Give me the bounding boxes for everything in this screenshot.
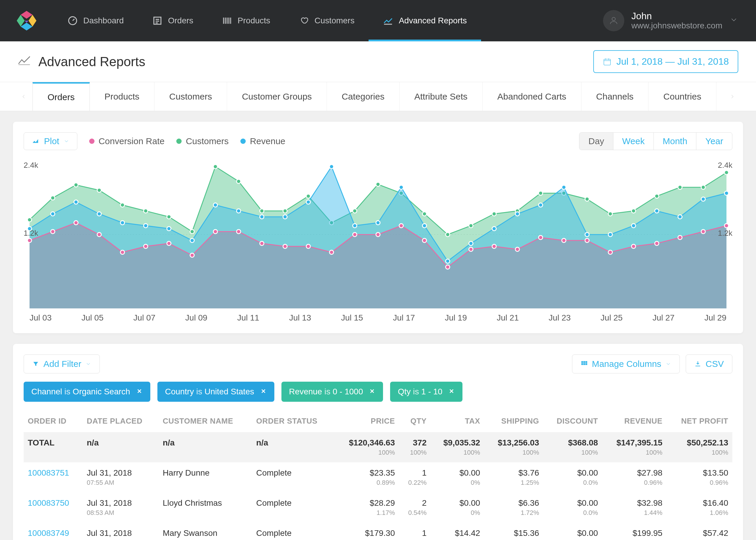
chevron-down-icon [665,361,671,367]
y-tick-right-top: 2.4k [718,161,732,170]
svg-point-36 [631,209,635,213]
svg-marker-4 [25,21,28,23]
svg-point-99 [655,241,659,245]
col-header[interactable]: CUSTOMER NAME [159,410,252,432]
active-filters: Channel is Organic SearchCountry is Unit… [24,382,732,402]
svg-point-78 [167,241,171,245]
tab-devi[interactable]: Devi [716,82,723,111]
col-header[interactable]: DISCOUNT [543,410,602,432]
svg-point-34 [585,197,589,201]
tab-customers[interactable]: Customers [155,82,227,111]
x-tick: Jul 21 [497,313,519,323]
svg-point-92 [492,244,496,248]
user-menu[interactable]: John www.johnswebstore.com [594,0,756,41]
order-link[interactable]: 100083751 [28,468,69,477]
filter-chip[interactable]: Qty is 1 - 10 [390,382,463,402]
filter-chip[interactable]: Channel is Organic Search [24,382,150,402]
col-header[interactable]: SHIPPING [484,410,543,432]
filter-chip[interactable]: Revenue is 0 - 1000 [281,382,383,402]
svg-point-15 [144,209,148,213]
tab-orders[interactable]: Orders [33,82,90,111]
csv-export-button[interactable]: CSV [686,354,732,373]
tab-countries[interactable]: Countries [649,82,716,111]
chevron-down-icon [85,361,91,367]
svg-point-21 [283,209,287,213]
col-header[interactable]: ORDER STATUS [252,410,335,432]
svg-point-50 [237,209,241,213]
date-range-picker[interactable]: Jul 1, 2018 — Jul 31, 2018 [593,50,738,73]
col-header[interactable]: REVENUE [602,410,667,432]
svg-point-40 [724,171,728,175]
add-filter-button[interactable]: Add Filter [24,354,100,373]
svg-point-54 [330,165,334,169]
svg-rect-8 [604,59,611,65]
nav-products[interactable]: Products [208,0,285,41]
svg-point-72 [28,238,32,242]
tabs-scroll-left[interactable] [15,82,33,111]
tab-products[interactable]: Products [90,82,155,111]
orders-table: ORDER IDDATE PLACEDCUSTOMER NAMEORDER ST… [24,410,732,540]
svg-point-85 [330,250,334,254]
svg-point-82 [260,241,264,245]
remove-filter-icon[interactable] [136,387,143,396]
svg-point-13 [97,188,101,192]
col-header[interactable]: PRICE [335,410,399,432]
svg-point-57 [399,185,403,189]
remove-filter-icon[interactable] [448,387,455,396]
filter-chip[interactable]: Country is United States [158,382,274,402]
x-tick: Jul 29 [704,313,726,323]
x-tick: Jul 05 [81,313,104,323]
svg-point-63 [539,203,543,207]
legend-item[interactable]: Conversion Rate [89,136,164,146]
svg-point-101 [701,229,705,234]
x-tick: Jul 23 [549,313,571,323]
granularity-year[interactable]: Year [696,133,732,150]
svg-point-25 [376,182,380,187]
svg-point-53 [306,200,310,204]
svg-point-62 [515,212,519,216]
nav-orders[interactable]: Orders [138,0,208,41]
svg-point-10 [28,218,32,222]
svg-point-51 [260,215,264,219]
granularity-week[interactable]: Week [613,133,654,150]
tab-categories[interactable]: Categories [327,82,399,111]
nav-label: Dashboard [83,16,124,25]
granularity-month[interactable]: Month [654,133,696,150]
legend-item[interactable]: Revenue [240,136,285,146]
svg-point-12 [74,183,78,187]
granularity-day[interactable]: Day [580,133,613,150]
svg-rect-107 [584,363,585,365]
col-header[interactable]: NET PROFIT [667,410,732,432]
svg-point-74 [74,221,78,225]
tab-channels[interactable]: Channels [582,82,649,111]
order-link[interactable]: 100083749 [28,528,69,538]
remove-filter-icon[interactable] [260,387,267,396]
manage-columns-button[interactable]: Manage Columns [572,354,680,373]
legend-item[interactable]: Customers [176,136,229,146]
legend-dot [240,139,246,144]
tabs-scroll-right[interactable] [723,82,741,111]
order-link[interactable]: 100083750 [28,498,69,507]
tab-customer-groups[interactable]: Customer Groups [227,82,327,111]
app-logo[interactable] [0,0,53,41]
svg-point-27 [422,212,426,216]
plot-dropdown[interactable]: Plot [24,132,77,150]
col-header[interactable]: TAX [431,410,484,432]
col-header[interactable]: QTY [399,410,431,432]
svg-point-48 [190,238,194,242]
nav-customers[interactable]: Customers [284,0,369,41]
svg-point-37 [655,194,659,198]
nav-advanced-reports[interactable]: Advanced Reports [369,0,481,41]
tab-attribute-sets[interactable]: Attribute Sets [399,82,483,111]
col-header[interactable]: DATE PLACED [83,410,159,432]
svg-point-16 [167,215,171,219]
svg-point-87 [376,232,380,237]
tab-abandoned-carts[interactable]: Abandoned Carts [483,82,582,111]
nav-dashboard[interactable]: Dashboard [53,0,138,41]
top-nav: Dashboard Orders Products Customers Adva… [0,0,756,41]
col-header[interactable]: ORDER ID [24,410,83,432]
remove-filter-icon[interactable] [369,387,376,396]
table-row: 100083750Jul 31, 201808:53 AMLloyd Chris… [24,492,732,523]
x-tick: Jul 19 [445,313,467,323]
svg-point-18 [213,165,217,169]
